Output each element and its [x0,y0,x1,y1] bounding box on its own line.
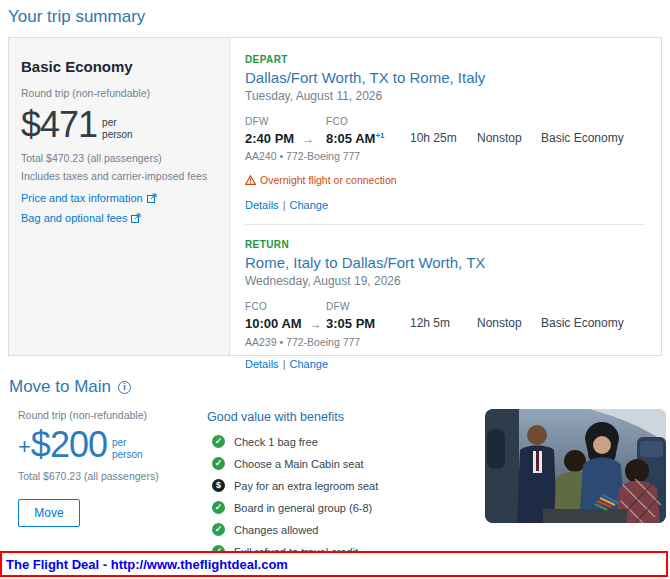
flight-row: DFW 2:40 PM→ FCO 8:05 AM+1 10h 25m Nonst… [245,116,645,146]
depart-segment: DEPART Dallas/Fort Worth, TX to Rome, It… [245,54,645,211]
price-tax-info-link[interactable]: Price and tax information [21,192,217,204]
change-link[interactable]: Change [289,358,328,370]
depart-time: 10:00 AM→ [245,316,326,331]
arrow-right-icon: → [310,317,322,331]
segment-links: Details|Change [245,199,645,211]
fare-total: Total $470.23 (all passengers) [21,152,217,164]
person-label: person [102,129,133,140]
segment-route: Dallas/Fort Worth, TX to Rome, Italy [245,69,645,86]
link-separator: | [283,358,286,370]
segment-date: Wednesday, August 19, 2026 [245,274,645,288]
fare-amount: $471 [21,108,97,142]
origin-column: DFW 2:40 PM→ [245,116,326,146]
fare-per-person: per person [102,117,133,140]
upsell-title-text: Move to Main [9,377,111,397]
benefit-label: Board in general group (6-8) [234,502,372,514]
deal-banner: The Flight Deal - http://www.theflightde… [0,551,668,577]
external-link-icon [147,193,157,203]
benefits-title: Good value with benefits [207,410,485,424]
destination-column: FCO 8:05 AM+1 [326,116,410,146]
warning-triangle-icon [245,171,256,189]
cabin-photo [485,409,666,567]
fare-title: Basic Economy [21,58,217,75]
check-circle-icon: ✓ [212,435,225,448]
flight-duration: 10h 25m [410,116,477,146]
move-button[interactable]: Move [18,499,80,527]
depart-time-value: 2:40 PM [245,131,294,146]
arrive-time-value: 3:05 PM [326,317,375,332]
fare-trip-type: Round trip (non-refundable) [21,87,217,99]
trip-summary-card: Basic Economy Round trip (non-refundable… [8,37,662,356]
info-icon[interactable]: i [118,381,131,394]
segment-links: Details|Change [245,358,645,370]
per-label: per [102,117,116,128]
segment-divider [245,224,645,225]
flight-stops: Nonstop [477,301,541,331]
arrive-time: 8:05 AM+1 [326,131,410,146]
upsell-amount: $200 [31,428,107,462]
flight-duration: 12h 5m [410,301,477,331]
upsell-price: + $200 per person [18,428,207,462]
link-separator: | [283,199,286,211]
price-tax-info-label: Price and tax information [21,192,143,204]
segment-date: Tuesday, August 11, 2026 [245,89,645,103]
per-label: per [112,437,126,448]
upsell-section: Round trip (non-refundable) + $200 per p… [18,409,665,567]
arrow-right-icon: → [302,132,314,146]
check-circle-icon: ✓ [212,457,225,470]
fare-panel: Basic Economy Round trip (non-refundable… [9,38,230,355]
dollar-circle-icon: $ [212,479,225,492]
destination-airport-code: FCO [326,116,410,127]
bag-optional-fees-label: Bag and optional fees [21,212,127,224]
benefit-item: ✓ Changes allowed [207,523,485,536]
destination-column: DFW 3:05 PM [326,301,410,331]
details-link[interactable]: Details [245,358,279,370]
depart-time: 2:40 PM→ [245,131,326,146]
benefit-item: ✓ Board in general group (6-8) [207,501,485,514]
flight-cabin: Basic Economy [541,116,645,146]
benefit-label: Changes allowed [234,524,318,536]
upsell-total: Total $670.23 (all passengers) [18,470,207,482]
benefit-label: Pay for an extra legroom seat [234,480,378,492]
benefit-item: ✓ Check 1 bag free [207,435,485,448]
origin-airport-code: FCO [245,301,326,312]
benefits-column: Good value with benefits ✓ Check 1 bag f… [207,409,485,567]
segment-route: Rome, Italy to Dallas/Fort Worth, TX [245,254,645,271]
origin-column: FCO 10:00 AM→ [245,301,326,331]
flight-number-aircraft: AA239 • 772-Boeing 777 [245,336,645,348]
segment-direction-label: RETURN [245,239,645,250]
depart-time-value: 10:00 AM [245,316,302,331]
page-title: Your trip summary [8,7,670,27]
bag-optional-fees-link[interactable]: Bag and optional fees [21,212,217,224]
deal-banner-link[interactable]: The Flight Deal - http://www.theflightde… [6,557,288,572]
upsell-price-column: Round trip (non-refundable) + $200 per p… [18,409,207,567]
upsell-per-person: per person [112,437,143,460]
next-day-indicator: +1 [375,131,384,140]
flights-panel: DEPART Dallas/Fort Worth, TX to Rome, It… [230,38,661,355]
warning-text: Overnight flight or connection [260,174,397,186]
change-link[interactable]: Change [289,199,328,211]
benefit-label: Check 1 bag free [234,436,318,448]
plus-sign: + [18,434,31,460]
destination-airport-code: DFW [326,301,410,312]
arrive-time: 3:05 PM [326,316,410,331]
benefit-label: Choose a Main Cabin seat [234,458,364,470]
benefit-item: ✓ Choose a Main Cabin seat [207,457,485,470]
upsell-title: Move to Main i [9,377,670,397]
person-label: person [112,449,143,460]
fare-includes-note: Includes taxes and carrier-imposed fees [21,170,217,182]
origin-airport-code: DFW [245,116,326,127]
return-segment: RETURN Rome, Italy to Dallas/Fort Worth,… [245,239,645,369]
flight-row: FCO 10:00 AM→ DFW 3:05 PM 12h 5m Nonstop… [245,301,645,331]
segment-direction-label: DEPART [245,54,645,65]
flight-cabin: Basic Economy [541,301,645,331]
arrive-time-value: 8:05 AM [326,131,375,146]
check-circle-icon: ✓ [212,523,225,536]
external-link-icon [131,213,141,223]
benefit-item: $ Pay for an extra legroom seat [207,479,485,492]
check-circle-icon: ✓ [212,501,225,514]
flight-number-aircraft: AA240 • 772-Boeing 777 [245,150,645,162]
overnight-warning: Overnight flight or connection [245,171,645,189]
upsell-trip-type: Round trip (non-refundable) [18,409,207,421]
details-link[interactable]: Details [245,199,279,211]
